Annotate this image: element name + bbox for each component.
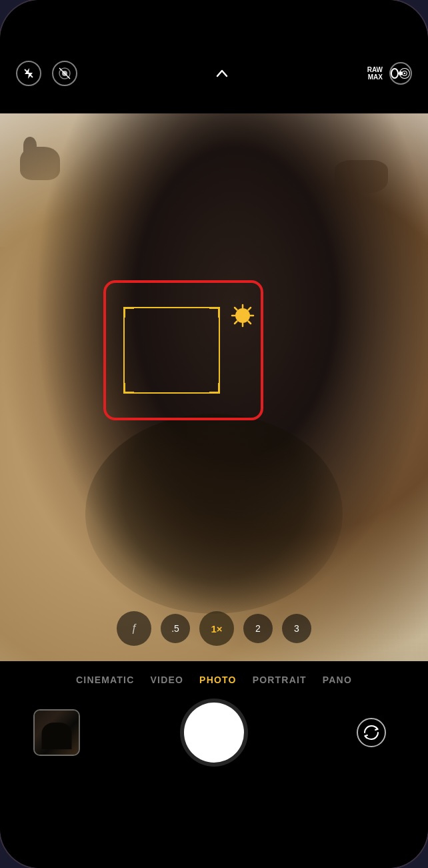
mode-video[interactable]: VIDEO	[151, 675, 184, 685]
sun-rays	[231, 304, 255, 328]
zoom-2x-button[interactable]: 2	[243, 614, 273, 643]
live-button[interactable]	[389, 62, 412, 85]
shutter-button[interactable]	[184, 703, 244, 763]
dynamic-island	[174, 9, 254, 32]
svg-line-14	[249, 308, 251, 310]
top-right-controls: RAW MAX	[367, 62, 412, 85]
svg-line-15	[235, 322, 237, 324]
shutter-row	[0, 696, 428, 769]
live-photo-button[interactable]	[52, 61, 77, 86]
flip-camera-icon	[357, 718, 386, 747]
viewfinder[interactable]: ƒ .5 1× 2 3	[0, 107, 428, 667]
focus-box-yellow[interactable]	[123, 307, 220, 394]
flip-camera-button[interactable]	[348, 709, 395, 756]
screen: RAW MAX	[0, 0, 428, 868]
zoom-controls: ƒ .5 1× 2 3	[0, 611, 428, 646]
flash-button[interactable]	[16, 61, 41, 86]
thumb-cat-shape	[42, 723, 72, 749]
zoom-05x-button[interactable]: .5	[161, 614, 190, 643]
focus-corner-tl	[123, 307, 134, 318]
collapse-button[interactable]	[213, 64, 231, 83]
svg-point-16	[238, 311, 247, 320]
last-photo-thumbnail[interactable]	[33, 709, 80, 756]
thumbnail-image	[35, 711, 79, 755]
mode-pano[interactable]: PANO	[323, 675, 352, 685]
shutter-inner	[188, 707, 240, 759]
focus-corner-bl	[123, 383, 134, 394]
cat-shadow	[85, 414, 342, 614]
mode-cinematic[interactable]: CINEMATIC	[76, 675, 135, 685]
top-left-controls	[16, 61, 77, 86]
svg-line-12	[235, 308, 237, 310]
zoom-3x-button[interactable]: 3	[282, 614, 311, 643]
zoom-1x-button[interactable]: 1×	[199, 611, 234, 646]
svg-point-7	[404, 72, 406, 74]
exposure-icon[interactable]	[231, 304, 255, 328]
camera-scene: ƒ .5 1× 2 3	[0, 107, 428, 667]
mode-photo[interactable]: PHOTO	[199, 675, 237, 685]
mode-selector: CINEMATIC VIDEO PHOTO PORTRAIT PANO	[0, 661, 428, 693]
mode-portrait[interactable]: PORTRAIT	[253, 675, 307, 685]
focus-corner-br	[209, 383, 220, 394]
phone-frame: RAW MAX	[0, 0, 428, 868]
aperture-button[interactable]: ƒ	[117, 611, 151, 646]
camera-bottom-bar: CINEMATIC VIDEO PHOTO PORTRAIT PANO	[0, 661, 428, 868]
raw-max-label[interactable]: RAW MAX	[367, 66, 383, 81]
focus-corner-tr	[209, 307, 220, 318]
svg-line-1	[25, 69, 33, 77]
svg-line-13	[249, 322, 251, 324]
